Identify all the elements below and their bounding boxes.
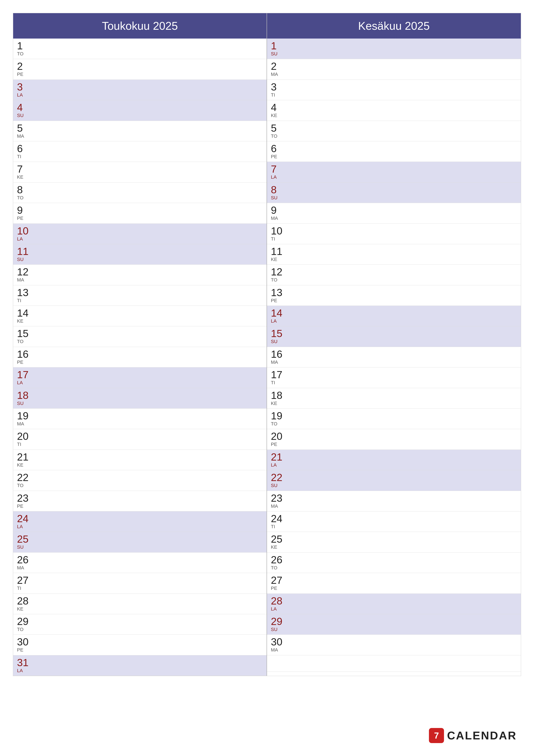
day-row: 14KE [13,306,267,326]
day-number: 22 [271,472,286,483]
day-number: 7 [17,164,32,174]
day-name: KE [17,174,32,180]
day-number-block: 27TI [17,575,32,591]
day-number: 19 [17,411,32,421]
day-row: 13TI [13,285,267,306]
day-number: 1 [271,41,286,51]
day-number-block: 10LA [17,226,32,242]
day-row: 23PE [13,491,267,511]
day-number: 25 [17,534,32,544]
calendar-wrapper: Toukokuu 20251TO2PE3LA4SU5MA6TI7KE8TO9PE… [0,0,534,756]
day-number: 30 [271,637,286,647]
day-number-block: 10TI [271,226,286,242]
day-name: TI [271,92,286,98]
day-row: 26TO [267,553,521,573]
day-name: PE [17,216,32,221]
day-name: SU [17,401,32,406]
day-name: MA [17,133,32,139]
day-row: 24TI [267,511,521,532]
day-row: 30PE [13,635,267,655]
day-number: 1 [17,41,32,51]
day-number: 13 [17,287,32,298]
day-row: 10LA [13,224,267,244]
day-row: 29SU [267,614,521,635]
day-number: 20 [17,431,32,442]
day-row: 1SU [267,39,521,59]
day-name: KE [17,606,32,612]
day-name: SU [271,627,286,632]
day-number-block: 31LA [17,658,32,673]
day-row: 25KE [267,532,521,552]
day-row: 26MA [13,553,267,573]
day-number: 16 [17,349,32,360]
day-number-block: 9PE [17,205,32,221]
day-number-block: 30MA [271,637,286,653]
day-row: 4SU [13,100,267,121]
calendar-footer: 7 CALENDAR [429,728,517,743]
day-name: MA [271,503,286,509]
day-number-block: 17LA [17,369,32,386]
day-row: 9PE [13,203,267,224]
day-number: 24 [271,514,286,524]
day-number-block: 18KE [271,390,286,406]
day-number: 2 [17,61,32,71]
day-number: 18 [271,390,286,401]
day-row: 12TO [267,265,521,285]
day-row: 6PE [267,141,521,162]
day-name: MA [271,216,286,221]
day-number-block: 17TI [271,369,286,386]
day-name: TO [271,133,286,139]
day-number: 24 [17,514,32,524]
day-name: SU [271,51,286,57]
day-name: PE [271,442,286,447]
day-name: LA [17,524,32,529]
day-number: 31 [17,658,32,668]
day-name: LA [271,462,286,468]
day-number: 29 [17,616,32,627]
day-name: SU [17,113,32,118]
day-name: SU [271,195,286,201]
day-row: 11KE [267,244,521,265]
day-row: 29TO [13,614,267,635]
day-row: 13PE [267,285,521,306]
day-name: TI [17,585,32,591]
day-number-block: 6PE [271,144,286,159]
day-row: 3LA [13,80,267,100]
day-number: 15 [271,328,286,339]
day-name: TI [271,236,286,242]
day-number: 4 [271,102,286,113]
calendar-logo-icon: 7 [429,728,444,743]
day-number-block: 6TI [17,144,32,159]
day-name: KE [271,401,286,406]
day-name: LA [17,92,32,98]
day-number: 30 [17,637,32,647]
day-number-block: 30PE [17,637,32,653]
day-number-block: 26MA [17,555,32,571]
day-row: 22SU [267,470,521,491]
day-name: LA [17,236,32,242]
day-name: TI [17,298,32,304]
day-number-block: 22SU [271,472,286,488]
day-row: 8TO [13,182,267,203]
day-row: 15TO [13,326,267,347]
day-number: 18 [17,390,32,401]
day-name: TO [271,277,286,283]
day-number: 17 [17,369,32,380]
day-row: 28LA [267,594,521,614]
day-number-block: 23PE [17,493,32,509]
day-row: 31LA [13,655,267,676]
day-number-block: 7LA [271,164,286,180]
day-name: PE [17,71,32,77]
day-row-empty [267,655,521,672]
day-number: 25 [271,534,286,544]
day-number: 3 [271,82,286,92]
day-number-block: 13PE [271,287,286,304]
day-name: SU [17,544,32,550]
day-name: MA [17,277,32,283]
day-name: LA [271,318,286,324]
day-name: PE [17,503,32,509]
day-name: PE [271,585,286,591]
day-name: LA [271,606,286,612]
day-row: 27TI [13,573,267,594]
day-row: 17TI [267,367,521,388]
